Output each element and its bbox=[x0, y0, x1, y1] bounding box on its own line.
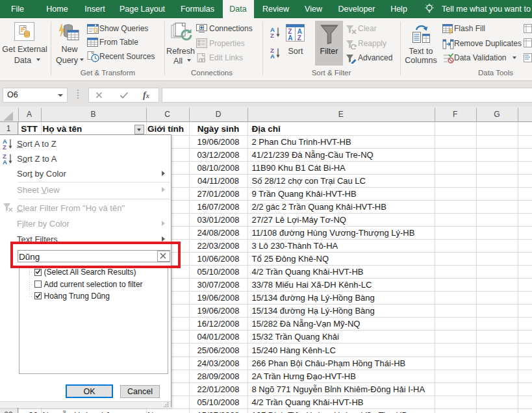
svg-text:A: A bbox=[288, 34, 292, 42]
svg-text:Z: Z bbox=[298, 34, 301, 42]
svg-text:A: A bbox=[3, 158, 7, 164]
svg-text:Z: Z bbox=[270, 32, 274, 38]
svg-text:Z: Z bbox=[3, 143, 6, 149]
svg-text:A: A bbox=[270, 53, 275, 59]
